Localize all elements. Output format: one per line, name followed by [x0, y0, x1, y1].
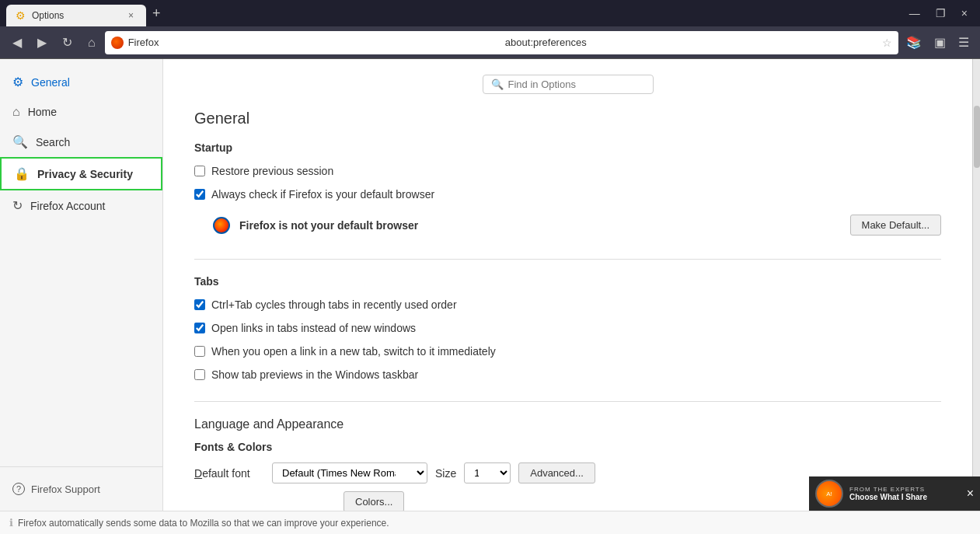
- default-browser-row: Firefox is not your default browser Make…: [213, 210, 941, 240]
- fonts-colors-title: Fonts & Colors: [194, 441, 941, 453]
- default-font-select[interactable]: Default (Times New Roman) Arial Times Ne…: [272, 462, 427, 483]
- title-bar: ⚙ Options × + — ❐ ×: [0, 0, 980, 26]
- back-button[interactable]: ◀: [6, 32, 28, 53]
- open-links-label: Open links in tabs instead of new window…: [211, 322, 416, 334]
- tabs-section: Tabs Ctrl+Tab cycles through tabs in rec…: [194, 275, 941, 382]
- tab-previews-row: Show tab previews in the Windows taskbar: [194, 367, 941, 382]
- startup-title: Startup: [194, 141, 941, 154]
- nav-bar: ◀ ▶ ↻ ⌂ Firefox about:preferences ☆ 📚 ▣ …: [0, 26, 980, 59]
- ctrlTab-row: Ctrl+Tab cycles through tabs in recently…: [194, 297, 941, 312]
- find-input[interactable]: [508, 79, 645, 90]
- home-icon: ⌂: [12, 105, 20, 119]
- size-label: Size: [435, 467, 456, 480]
- maximize-button[interactable]: ❐: [929, 5, 952, 21]
- home-button[interactable]: ⌂: [82, 33, 102, 53]
- tab-previews-checkbox[interactable]: [194, 369, 205, 380]
- sidebar: ⚙ General ⌂ Home 🔍 Search 🔒 Privacy & Se…: [0, 59, 163, 511]
- sidebar-item-search[interactable]: 🔍 Search: [0, 127, 162, 157]
- tab-bar: ⚙ Options × +: [6, 0, 903, 26]
- find-bar-wrapper: 🔍: [194, 75, 941, 94]
- restore-session-label: Restore previous session: [211, 165, 333, 177]
- default-browser-message: Firefox is not your default browser: [239, 219, 841, 232]
- status-message: Firefox automatically sends some data to…: [18, 518, 389, 529]
- startup-section: Startup Restore previous session Always …: [194, 141, 941, 240]
- window-close-button[interactable]: ×: [955, 5, 974, 21]
- new-tab-button[interactable]: +: [146, 5, 167, 22]
- open-links-row: Open links in tabs instead of new window…: [194, 320, 941, 336]
- content-panel: 🔍 General Startup Restore previous sessi…: [163, 59, 972, 511]
- privacy-lock-icon: 🔒: [14, 166, 30, 181]
- sidebar-privacy-label: Privacy & Security: [37, 168, 133, 180]
- reload-button[interactable]: ↻: [56, 32, 78, 53]
- sidebar-item-general[interactable]: ⚙ General: [0, 67, 162, 97]
- restore-session-row: Restore previous session: [194, 163, 941, 179]
- default-font-label: Default font: [194, 467, 264, 480]
- switch-new-tab-checkbox[interactable]: [194, 346, 205, 357]
- find-bar[interactable]: 🔍: [483, 75, 654, 94]
- always-check-label: Always check if Firefox is your default …: [211, 188, 434, 201]
- ctrlTab-label: Ctrl+Tab cycles through tabs in recently…: [211, 298, 457, 311]
- watermark-bar: A! FROM THE EXPERTS Choose What I Share …: [809, 476, 980, 511]
- tab-gear-icon: ⚙: [16, 9, 26, 22]
- ctrlTab-checkbox[interactable]: [194, 299, 205, 310]
- sidebar-item-home[interactable]: ⌂ Home: [0, 97, 162, 127]
- switch-new-tab-row: When you open a link in a new tab, switc…: [194, 344, 941, 359]
- always-check-checkbox[interactable]: [194, 189, 205, 200]
- bookmark-star-icon[interactable]: ☆: [882, 37, 892, 49]
- tab-title: Options: [32, 10, 119, 21]
- firefox-default-icon: [213, 217, 230, 234]
- colors-button[interactable]: Colors...: [344, 491, 404, 511]
- sidebar-general-label: General: [31, 76, 70, 89]
- tabs-separator: [194, 401, 941, 402]
- account-sync-icon: ↻: [12, 198, 23, 213]
- support-label: Firefox Support: [31, 483, 100, 495]
- make-default-button[interactable]: Make Default...: [850, 215, 941, 236]
- support-help-icon: ?: [12, 483, 25, 495]
- browser-name-label: Firefox: [128, 37, 500, 48]
- tab-close-button[interactable]: ×: [125, 9, 137, 23]
- address-text: about:preferences: [505, 37, 877, 48]
- always-check-row: Always check if Firefox is your default …: [194, 187, 941, 202]
- minimize-button[interactable]: —: [903, 5, 926, 21]
- watermark-line1: FROM THE EXPERTS: [849, 486, 961, 493]
- window-controls: — ❐ ×: [903, 5, 974, 21]
- scroll-track[interactable]: [972, 59, 980, 511]
- tab-previews-label: Show tab previews in the Windows taskbar: [211, 368, 418, 381]
- watermark-line2: Choose What I Share: [849, 493, 961, 501]
- sidebar-item-privacy[interactable]: 🔒 Privacy & Security: [0, 157, 162, 190]
- watermark-text-block: FROM THE EXPERTS Choose What I Share: [849, 486, 961, 501]
- sidebar-search-label: Search: [36, 136, 70, 148]
- switch-new-tab-label: When you open a link in a new tab, switc…: [211, 345, 496, 358]
- sidebar-home-label: Home: [28, 106, 57, 118]
- main-content: ⚙ General ⌂ Home 🔍 Search 🔒 Privacy & Se…: [0, 59, 980, 511]
- font-size-select[interactable]: 12 14 16 18 20: [464, 462, 511, 483]
- advanced-button[interactable]: Advanced...: [518, 462, 595, 483]
- menu-button[interactable]: ☰: [954, 32, 974, 53]
- options-tab[interactable]: ⚙ Options ×: [6, 5, 146, 26]
- address-bar[interactable]: Firefox about:preferences ☆: [105, 31, 898, 54]
- status-bar: ℹ Firefox automatically sends some data …: [0, 511, 980, 534]
- sidebar-bottom: ? Firefox Support: [0, 466, 162, 511]
- forward-button[interactable]: ▶: [31, 32, 53, 53]
- restore-session-checkbox[interactable]: [194, 166, 205, 176]
- general-section-title: General: [194, 110, 941, 127]
- sidebar-toggle-button[interactable]: ▣: [929, 32, 950, 53]
- search-icon: 🔍: [12, 134, 28, 149]
- tabs-title: Tabs: [194, 275, 941, 288]
- open-links-checkbox[interactable]: [194, 323, 205, 333]
- scroll-thumb[interactable]: [974, 106, 980, 168]
- nav-right-buttons: 📚 ▣ ☰: [902, 32, 974, 53]
- watermark-close-button[interactable]: ×: [967, 487, 974, 501]
- sidebar-support-link[interactable]: ? Firefox Support: [0, 475, 162, 503]
- find-search-icon: 🔍: [491, 79, 504, 90]
- lang-appearance-title: Language and Appearance: [194, 417, 941, 431]
- info-icon: ℹ: [9, 517, 13, 529]
- sidebar-item-account[interactable]: ↻ Firefox Account: [0, 190, 162, 221]
- startup-separator: [194, 259, 941, 260]
- sidebar-account-label: Firefox Account: [30, 200, 106, 212]
- watermark-logo-text: A!: [826, 490, 832, 497]
- watermark-logo: A!: [815, 480, 843, 508]
- general-gear-icon: ⚙: [12, 75, 23, 89]
- firefox-logo-icon: [111, 37, 124, 49]
- library-button[interactable]: 📚: [902, 32, 926, 53]
